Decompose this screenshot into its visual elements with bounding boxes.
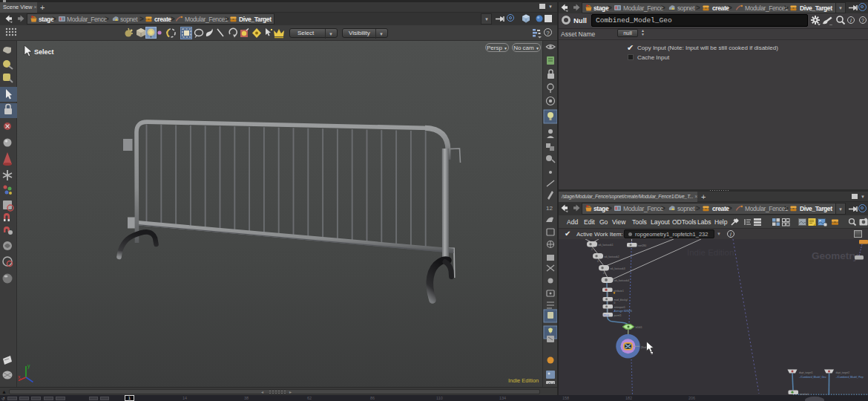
svg-text:Geometry: Geometry bbox=[812, 250, 859, 261]
svg-text:wk_fastcook3: wk_fastcook3 bbox=[611, 267, 625, 270]
svg-text:../Combined_Model_Geo: ../Combined_Model_Geo bbox=[799, 376, 826, 379]
svg-text:setexport1: setexport1 bbox=[614, 306, 626, 309]
svg-text:../Combined_Model_Prep: ../Combined_Model_Prep bbox=[836, 376, 864, 379]
svg-text:wk_fastcook1: wk_fastcook1 bbox=[599, 244, 614, 247]
svg-text:Average 50/50%: Average 50/50% bbox=[614, 310, 632, 313]
svg-text:PDG: PDG bbox=[604, 314, 610, 317]
svg-text:mod_blockyl: mod_blockyl bbox=[614, 299, 628, 301]
svg-text:le5t01: le5t01 bbox=[636, 326, 642, 329]
svg-text:θ: θ bbox=[606, 284, 608, 287]
svg-text:z: z bbox=[33, 382, 36, 384]
svg-text:θ: θ bbox=[597, 260, 599, 263]
svg-text:wk_fastcook2: wk_fastcook2 bbox=[605, 255, 619, 258]
svg-text:dapt_target1: dapt_target1 bbox=[799, 371, 813, 374]
svg-text:wk_fastcook4: wk_fastcook4 bbox=[614, 279, 629, 282]
svg-text:θ: θ bbox=[614, 301, 616, 304]
svg-text:θ: θ bbox=[591, 248, 593, 251]
svg-text:dapt_target2: dapt_target2 bbox=[836, 371, 850, 374]
svg-text:sort280: sort280 bbox=[638, 244, 646, 247]
svg-text:θ: θ bbox=[603, 272, 605, 275]
svg-text:y: y bbox=[27, 363, 30, 369]
svg-text:parml1: parml1 bbox=[614, 314, 622, 317]
svg-text:x: x bbox=[18, 374, 21, 379]
svg-text:attribute1: attribute1 bbox=[614, 290, 624, 293]
svg-text:12: 12 bbox=[546, 205, 553, 212]
svg-text:Indie Edition: Indie Edition bbox=[687, 248, 734, 257]
